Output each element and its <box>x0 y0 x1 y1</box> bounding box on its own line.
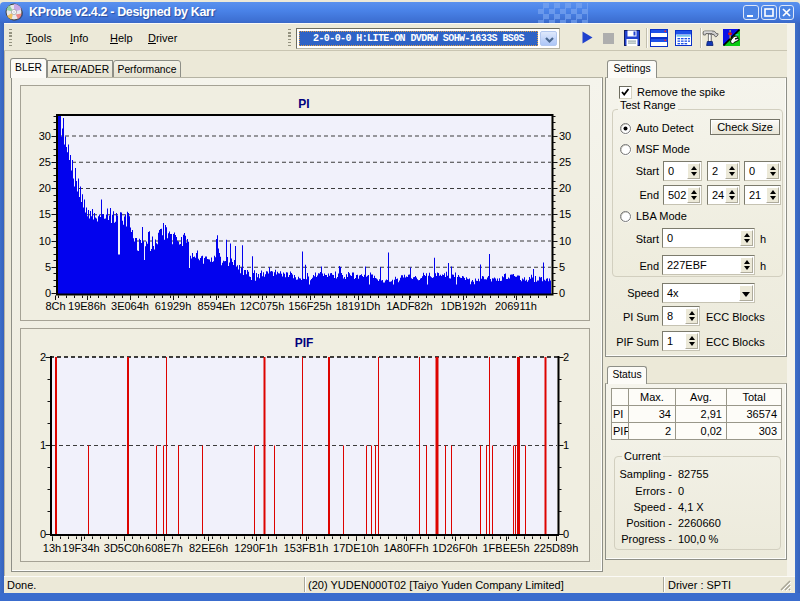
svg-text:2: 2 <box>40 351 46 363</box>
svg-text:15: 15 <box>559 208 571 220</box>
svg-text:2: 2 <box>563 351 569 363</box>
svg-text:30: 30 <box>39 130 51 142</box>
svg-text:0: 0 <box>45 287 51 299</box>
svg-text:17DE10h: 17DE10h <box>333 542 379 554</box>
svg-text:PIF: PIF <box>295 336 314 350</box>
svg-text:20: 20 <box>39 182 51 194</box>
svg-text:1ADF82h: 1ADF82h <box>386 300 432 312</box>
svg-text:15: 15 <box>39 208 51 220</box>
svg-text:153FB1h: 153FB1h <box>284 542 329 554</box>
svg-text:0: 0 <box>559 287 565 299</box>
svg-text:19E86h: 19E86h <box>68 300 106 312</box>
svg-text:3E064h: 3E064h <box>111 300 149 312</box>
svg-text:25: 25 <box>39 156 51 168</box>
svg-text:1FBEE5h: 1FBEE5h <box>482 542 529 554</box>
svg-text:12C075h: 12C075h <box>240 300 285 312</box>
svg-text:25: 25 <box>559 156 571 168</box>
svg-text:13h: 13h <box>43 542 61 554</box>
svg-text:0: 0 <box>40 528 46 540</box>
svg-text:156F25h: 156F25h <box>288 300 331 312</box>
svg-text:82EE6h: 82EE6h <box>189 542 228 554</box>
svg-text:8Ch: 8Ch <box>45 300 65 312</box>
svg-text:PI: PI <box>298 97 309 111</box>
svg-text:206911h: 206911h <box>495 300 537 312</box>
svg-text:30: 30 <box>559 130 571 142</box>
svg-text:20: 20 <box>559 182 571 194</box>
svg-text:1D26F0h: 1D26F0h <box>432 542 477 554</box>
svg-text:18191Dh: 18191Dh <box>336 300 381 312</box>
svg-text:0: 0 <box>563 528 569 540</box>
svg-text:1: 1 <box>563 439 569 451</box>
svg-text:8594Eh: 8594Eh <box>198 300 236 312</box>
svg-text:225D89h: 225D89h <box>534 542 579 554</box>
svg-text:19F34h: 19F34h <box>62 542 99 554</box>
svg-text:1A80FFh: 1A80FFh <box>383 542 428 554</box>
svg-text:10: 10 <box>39 235 51 247</box>
svg-text:1290F1h: 1290F1h <box>234 542 277 554</box>
svg-text:1DB192h: 1DB192h <box>441 300 487 312</box>
svg-text:10: 10 <box>559 235 571 247</box>
svg-text:3D5C0h: 3D5C0h <box>104 542 144 554</box>
svg-text:608E7h: 608E7h <box>145 542 183 554</box>
svg-text:1: 1 <box>40 439 46 451</box>
svg-text:5: 5 <box>559 261 565 273</box>
svg-text:61929h: 61929h <box>155 300 192 312</box>
svg-text:5: 5 <box>45 261 51 273</box>
